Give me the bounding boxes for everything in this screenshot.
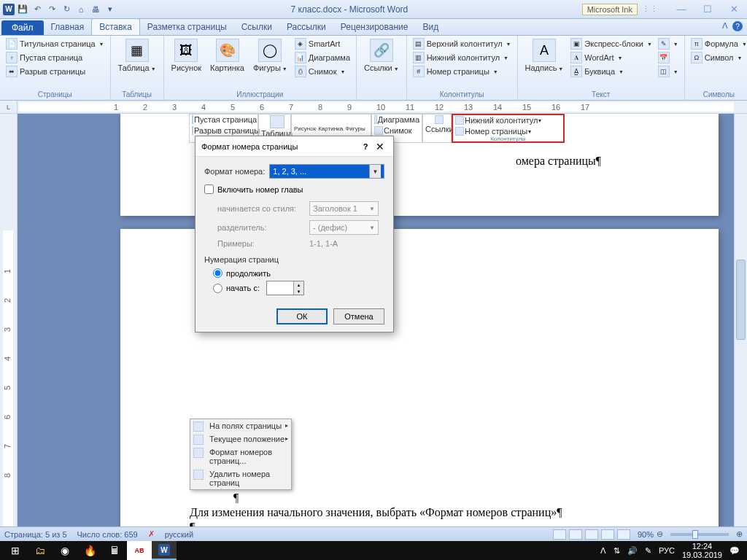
- minimize-button[interactable]: —: [671, 3, 692, 16]
- start-at-spinner[interactable]: ▲▼: [266, 281, 304, 295]
- status-bar: Страница: 5 из 5 Число слов: 659 ✗ русск…: [0, 526, 747, 541]
- qat-more-icon[interactable]: ▾: [104, 3, 117, 16]
- textbox-button[interactable]: AНадпись▼: [522, 37, 567, 74]
- tab-home[interactable]: Главная: [44, 19, 92, 35]
- include-chapter-input[interactable]: [204, 184, 214, 194]
- tab-review[interactable]: Рецензирование: [333, 19, 416, 35]
- continue-radio[interactable]: продолжить: [213, 268, 384, 278]
- home-icon[interactable]: ⌂: [74, 3, 88, 16]
- cm-current[interactable]: Текущее положение▸: [190, 432, 291, 446]
- doc-paragraph-mark: ¶: [233, 491, 239, 505]
- refresh-icon[interactable]: ↻: [60, 3, 73, 16]
- table-button[interactable]: ▦Таблица▼: [115, 37, 159, 74]
- continue-radio-input[interactable]: [213, 268, 222, 278]
- save-icon[interactable]: 💾: [16, 3, 29, 16]
- cm-format[interactable]: Формат номеров страниц...: [190, 446, 291, 467]
- scroll-thumb[interactable]: [736, 260, 746, 340]
- header-button[interactable]: ▤Верхний колонтитул▼: [411, 37, 513, 50]
- object-button[interactable]: ◫▼: [657, 65, 680, 78]
- dropcap-button[interactable]: A̲Буквица▼: [569, 65, 654, 78]
- include-chapter-checkbox[interactable]: Включить номер главы: [204, 184, 384, 194]
- shapes-button[interactable]: ◯Фигуры▼: [250, 37, 290, 74]
- equation-button[interactable]: πФормула▼: [689, 37, 747, 50]
- clipart-button[interactable]: 🎨Картинка: [207, 37, 247, 74]
- language-status[interactable]: русский: [165, 530, 193, 539]
- keyboard-lang[interactable]: РУС: [659, 546, 675, 555]
- number-format-combo[interactable]: 1, 2, 3, ... ▼: [269, 164, 384, 179]
- spin-up-icon[interactable]: ▲: [293, 281, 303, 288]
- web-view[interactable]: [585, 529, 598, 540]
- redo-icon[interactable]: ↷: [45, 3, 58, 16]
- start-at-radio[interactable]: начать с: ▲▼: [213, 281, 384, 295]
- tab-mailings[interactable]: Рассылки: [279, 19, 333, 35]
- wordart-button[interactable]: 𝐀WordArt▼: [569, 51, 654, 64]
- chevron-down-icon: ▼: [369, 165, 381, 178]
- outline-view[interactable]: [601, 529, 614, 540]
- help-icon[interactable]: ?: [732, 21, 743, 31]
- dialog-help-button[interactable]: ?: [358, 142, 373, 151]
- cover-page-button[interactable]: 📄Титульная страница▼: [4, 37, 106, 50]
- cancel-button[interactable]: Отмена: [333, 308, 384, 324]
- footer-button[interactable]: ▥Нижний колонтитул▼: [411, 51, 513, 64]
- calc-icon[interactable]: 🖩: [102, 541, 127, 560]
- ribbon: 📄Титульная страница▼ ▫Пустая страница ⬌Р…: [0, 36, 747, 101]
- spell-icon[interactable]: ✗: [148, 529, 155, 539]
- tab-references[interactable]: Ссылки: [234, 19, 279, 35]
- tab-view[interactable]: Вид: [415, 19, 446, 35]
- minimize-ribbon-icon[interactable]: ᐱ: [722, 21, 728, 31]
- draft-view[interactable]: [617, 529, 630, 540]
- tab-layout[interactable]: Разметка страницы: [140, 19, 234, 35]
- vertical-scrollbar[interactable]: [734, 114, 747, 526]
- network-icon[interactable]: ⇅: [614, 546, 620, 556]
- quickparts-button[interactable]: ▣Экспресс-блоки▼: [569, 37, 654, 50]
- picture-button[interactable]: 🖼Рисунок: [169, 37, 205, 74]
- word-taskbar-icon[interactable]: W: [152, 541, 177, 560]
- blank-page-button[interactable]: ▫Пустая страница: [4, 51, 106, 64]
- file-tab[interactable]: Файл: [1, 20, 44, 35]
- maximize-button[interactable]: ☐: [697, 3, 718, 16]
- date-button[interactable]: 📅: [657, 51, 680, 64]
- chart-button[interactable]: 📊Диаграмма: [293, 51, 352, 64]
- clock[interactable]: 12:24 19.03.2019: [682, 542, 722, 559]
- quickparts-icon: ▣: [570, 38, 582, 50]
- zoom-slider[interactable]: [670, 533, 729, 536]
- separator-select: - (дефис)▼: [309, 220, 379, 235]
- word-count[interactable]: Число слов: 659: [77, 530, 138, 539]
- undo-icon[interactable]: ↶: [31, 3, 44, 16]
- cm-margins[interactable]: На полях страницы▸: [190, 419, 291, 432]
- page-break-button[interactable]: ⬌Разрыв страницы: [4, 65, 106, 78]
- cm-remove[interactable]: Удалить номера страниц: [190, 467, 291, 489]
- break-icon: ⬌: [6, 66, 18, 77]
- zoom-out-button[interactable]: ⊖: [657, 529, 663, 539]
- tab-insert[interactable]: Вставка: [91, 18, 140, 35]
- vertical-ruler[interactable]: 12345678: [0, 114, 18, 526]
- zoom-in-button[interactable]: ⊕: [736, 529, 743, 539]
- start-at-radio-input[interactable]: [213, 284, 222, 293]
- sig-button[interactable]: ✎▼: [657, 37, 680, 50]
- page-number-button[interactable]: #Номер страницы▼: [411, 65, 513, 78]
- volume-icon[interactable]: 🔊: [627, 546, 638, 556]
- ink-badge[interactable]: Microsoft Ink: [582, 4, 638, 15]
- start-button[interactable]: ⊞: [3, 541, 28, 560]
- pen-icon[interactable]: ✎: [645, 546, 651, 556]
- zoom-level[interactable]: 90%: [638, 530, 654, 539]
- close-button[interactable]: ✕: [724, 3, 744, 16]
- horizontal-ruler[interactable]: 1234567891011121314151617: [19, 102, 734, 112]
- smartart-button[interactable]: ◈SmartArt: [293, 37, 352, 50]
- links-button[interactable]: 🔗Ссылки▼: [361, 37, 402, 74]
- chrome-icon[interactable]: ◉: [53, 541, 77, 560]
- symbol-button[interactable]: ΩСимвол▼: [689, 51, 747, 64]
- fullscreen-view[interactable]: [569, 529, 582, 540]
- page-status[interactable]: Страница: 5 из 5: [4, 530, 67, 539]
- print-icon[interactable]: 🖶: [89, 3, 102, 16]
- abnet-icon[interactable]: AB: [127, 541, 152, 560]
- spin-down-icon[interactable]: ▼: [293, 288, 303, 295]
- screenshot-button[interactable]: ⎙Снимок▼: [293, 65, 352, 78]
- flame-icon[interactable]: 🔥: [77, 541, 102, 560]
- tray-up-icon[interactable]: ᐱ: [600, 546, 606, 556]
- dialog-close-button[interactable]: ✕: [373, 141, 387, 152]
- ok-button[interactable]: ОК: [276, 308, 328, 324]
- explorer-icon[interactable]: 🗂: [28, 541, 53, 560]
- notifications-icon[interactable]: 💬: [729, 546, 740, 556]
- print-layout-view[interactable]: [553, 529, 566, 540]
